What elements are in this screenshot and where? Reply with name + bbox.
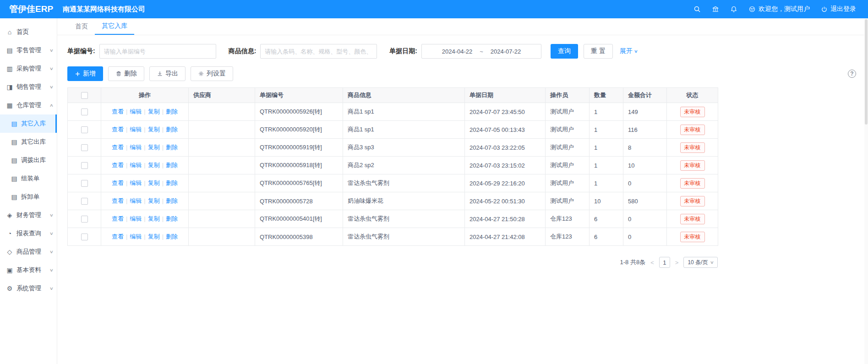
delete-link[interactable]: 删除 xyxy=(166,197,178,204)
scrollbar-thumb[interactable] xyxy=(865,19,868,125)
tab-home[interactable]: 首页 xyxy=(68,18,95,35)
table-header-row: 操作 供应商 单据编号 商品信息 单据日期 操作员 数量 金额合计 状态 xyxy=(68,88,718,103)
expand-link[interactable]: 展开 ∨ xyxy=(620,47,638,55)
sidebar-item-assembly[interactable]: ▤ 组装单 xyxy=(0,169,57,188)
product-info-input[interactable] xyxy=(260,44,377,59)
column-settings-button[interactable]: 列设置 xyxy=(191,66,233,81)
row-checkbox[interactable] xyxy=(81,198,88,205)
edit-link[interactable]: 编辑 xyxy=(130,126,142,133)
copy-link[interactable]: 复制 xyxy=(148,215,160,222)
doc-no-cell: QTRK00000005920[转] xyxy=(255,121,343,139)
delete-link[interactable]: 删除 xyxy=(166,215,178,222)
warehouse-icon: ▦ xyxy=(5,102,14,109)
col-header-doc-no: 单据编号 xyxy=(255,88,343,103)
page-scrollbar[interactable] xyxy=(864,18,868,364)
row-checkbox[interactable] xyxy=(81,126,88,133)
tab-other-inbound[interactable]: 其它入库 xyxy=(95,18,134,35)
delete-link[interactable]: 删除 xyxy=(166,108,178,115)
sidebar-item-disassembly[interactable]: ▤ 拆卸单 xyxy=(0,188,57,206)
next-page-icon[interactable]: > xyxy=(675,259,679,266)
page-number-1[interactable]: 1 xyxy=(659,257,670,268)
prev-page-icon[interactable]: < xyxy=(650,259,654,266)
view-link[interactable]: 查看 xyxy=(112,162,124,168)
help-icon[interactable]: ? xyxy=(848,70,856,78)
delete-link[interactable]: 删除 xyxy=(166,233,178,240)
delete-link[interactable]: 删除 xyxy=(166,144,178,151)
view-link[interactable]: 查看 xyxy=(112,233,124,240)
doc-no-input[interactable] xyxy=(99,44,216,59)
delete-link[interactable]: 删除 xyxy=(166,126,178,133)
sidebar-item-sales[interactable]: ◨ 销售管理 ∨ xyxy=(0,78,57,96)
sidebar-item-home[interactable]: ⌂ 首页 xyxy=(0,23,57,41)
sidebar-item-finance[interactable]: ◈ 财务管理 ∨ xyxy=(0,206,57,224)
sidebar: ⌂ 首页 ▤ 零售管理 ∨ ▥ 采购管理 ∨ ◨ 销售管理 ∨ ▦ 仓库管理 ∧… xyxy=(0,18,57,364)
supplier-cell xyxy=(189,228,255,246)
status-badge: 未审核 xyxy=(680,178,705,189)
operator-cell: 测试用户 xyxy=(546,121,590,139)
copy-link[interactable]: 复制 xyxy=(148,108,160,115)
supplier-cell xyxy=(189,192,255,210)
welcome-user[interactable]: 欢迎您，测试用户 xyxy=(748,5,810,13)
reset-button[interactable]: 重 置 xyxy=(584,44,613,59)
row-checkbox[interactable] xyxy=(81,109,88,115)
date-range-picker[interactable]: 2024-04-22 ~ 2024-07-22 xyxy=(421,44,541,59)
copy-link[interactable]: 复制 xyxy=(148,162,160,168)
edit-link[interactable]: 编辑 xyxy=(130,197,142,204)
product-cell: 雷达杀虫气雾剂 xyxy=(343,210,465,228)
date-cell: 2024-05-29 22:16:20 xyxy=(465,174,546,192)
row-checkbox[interactable] xyxy=(81,234,88,240)
view-link[interactable]: 查看 xyxy=(112,215,124,222)
view-link[interactable]: 查看 xyxy=(112,108,124,115)
logout-button[interactable]: 退出登录 xyxy=(821,5,856,13)
table-row: 查看|编辑|复制|删除 QTRK00000005918[转] 商品2 sp2 2… xyxy=(68,157,718,174)
copy-link[interactable]: 复制 xyxy=(148,144,160,151)
sidebar-item-report[interactable]: ◔ 报表查询 ∨ xyxy=(0,224,57,243)
sidebar-item-other-outbound[interactable]: ▤ 其它出库 xyxy=(0,133,57,151)
copy-link[interactable]: 复制 xyxy=(148,179,160,186)
copy-link[interactable]: 复制 xyxy=(148,233,160,240)
status-badge: 未审核 xyxy=(680,142,705,153)
delete-button[interactable]: 删除 xyxy=(108,66,144,81)
page-size-select[interactable]: 10 条/页 ∨ xyxy=(683,257,718,268)
copy-link[interactable]: 复制 xyxy=(148,197,160,204)
row-checkbox[interactable] xyxy=(81,162,88,169)
sidebar-item-retail[interactable]: ▤ 零售管理 ∨ xyxy=(0,41,57,60)
edit-link[interactable]: 编辑 xyxy=(130,108,142,115)
row-checkbox[interactable] xyxy=(81,180,88,187)
copy-link[interactable]: 复制 xyxy=(148,126,160,133)
sidebar-item-product[interactable]: ◇ 商品管理 ∨ xyxy=(0,243,57,261)
edit-link[interactable]: 编辑 xyxy=(130,162,142,168)
row-checkbox[interactable] xyxy=(81,144,88,151)
delete-link[interactable]: 删除 xyxy=(166,162,178,168)
sidebar-item-system[interactable]: ⚙ 系统管理 ∨ xyxy=(0,279,57,298)
search-button[interactable]: 查询 xyxy=(551,44,578,59)
edit-link[interactable]: 编辑 xyxy=(130,215,142,222)
add-button[interactable]: 新增 xyxy=(67,66,103,81)
sales-icon: ◨ xyxy=(5,83,14,91)
sidebar-item-basic-data[interactable]: ▣ 基本资料 ∨ xyxy=(0,261,57,279)
view-link[interactable]: 查看 xyxy=(112,126,124,133)
view-link[interactable]: 查看 xyxy=(112,144,124,151)
date-end-value[interactable]: 2024-07-22 xyxy=(491,48,521,55)
app-logo: 管伊佳ERP xyxy=(0,3,57,15)
bell-icon[interactable] xyxy=(730,5,737,13)
edit-link[interactable]: 编辑 xyxy=(130,144,142,151)
view-link[interactable]: 查看 xyxy=(112,179,124,186)
row-checkbox[interactable] xyxy=(81,216,88,223)
delete-link[interactable]: 删除 xyxy=(166,179,178,186)
search-icon[interactable] xyxy=(693,5,701,13)
document-icon: ▤ xyxy=(10,157,18,164)
sidebar-item-purchase[interactable]: ▥ 采购管理 ∨ xyxy=(0,60,57,78)
date-start-value[interactable]: 2024-04-22 xyxy=(442,48,473,55)
view-link[interactable]: 查看 xyxy=(112,197,124,204)
bank-icon[interactable] xyxy=(712,5,719,13)
sidebar-item-warehouse[interactable]: ▦ 仓库管理 ∧ xyxy=(0,96,57,114)
inbound-table: 操作 供应商 单据编号 商品信息 单据日期 操作员 数量 金额合计 状态 xyxy=(67,87,718,246)
edit-link[interactable]: 编辑 xyxy=(130,179,142,186)
sidebar-item-transfer-outbound[interactable]: ▤ 调拨出库 xyxy=(0,151,57,169)
sidebar-item-other-inbound[interactable]: ▤ 其它入库 xyxy=(0,114,57,133)
export-button[interactable]: 导出 xyxy=(149,66,186,81)
select-all-checkbox[interactable] xyxy=(81,92,88,99)
gear-icon xyxy=(198,71,204,77)
edit-link[interactable]: 编辑 xyxy=(130,233,142,240)
